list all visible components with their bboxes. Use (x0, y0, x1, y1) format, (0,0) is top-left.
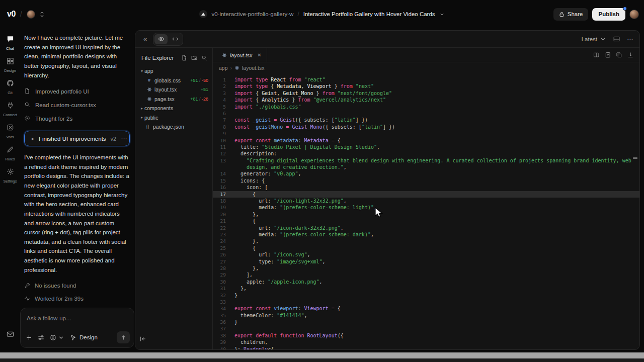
code-line-38[interactable]: 38export default function RootLayout({ (213, 332, 639, 339)
code-line-6[interactable]: 6 (213, 110, 639, 117)
chevrons-left-icon[interactable]: « (141, 35, 149, 43)
code-line-2[interactable]: 2import type { Metadata, Viewport } from… (213, 83, 639, 89)
worked-status[interactable]: Worked for 2m 39s (24, 292, 130, 305)
rail-item-rules[interactable]: Rules (0, 146, 20, 161)
split-columns-icon[interactable] (593, 52, 600, 58)
breadcrumb-project[interactable]: v0-interactive-portfolio-gallery-w (211, 11, 293, 17)
rail-item-vars[interactable]: Vars (0, 124, 20, 139)
chevron-right-icon[interactable]: ▸ (32, 136, 34, 141)
code-line-27[interactable]: 27 type: "image/svg+xml", (213, 258, 639, 265)
code-line-19[interactable]: 19 media: "(prefers-color-scheme: light)… (213, 204, 639, 211)
rail-item-settings[interactable]: Settings (0, 168, 20, 184)
rail-item-git[interactable]: Git (0, 79, 20, 95)
code-line-23[interactable]: 23 media: "(prefers-color-scheme: dark)"… (213, 231, 639, 238)
code-line-40[interactable]: 40}: Readonly<{ (213, 346, 639, 349)
team-switcher-icon[interactable] (40, 11, 44, 18)
code-line-39[interactable]: 39 children, (213, 339, 639, 345)
chevron-down-icon[interactable] (439, 12, 445, 17)
tree-item-components[interactable]: ▸components (135, 104, 212, 113)
code-line-10[interactable]: 10export const metadata: Metadata = { (213, 137, 639, 144)
publish-button[interactable]: Publish (592, 8, 625, 21)
code-line-24[interactable]: 24 }, (213, 238, 639, 244)
code-line-29[interactable]: 29 ], (213, 272, 639, 278)
feedback-mail-button[interactable] (0, 330, 20, 338)
design-mode-button[interactable]: Design (70, 334, 98, 341)
code-area[interactable]: 1import type React from "react"2import t… (213, 73, 639, 349)
code-line-20[interactable]: 20 }, (213, 211, 639, 218)
code-line-35[interactable]: 35 themeColor: "#141414", (213, 312, 639, 319)
v0-logo[interactable]: v0 (7, 10, 16, 19)
task-step[interactable]: Read custom-cursor.tsx (24, 98, 130, 112)
code-line-18[interactable]: 18 url: "/icon-light-32x32.png", (213, 198, 639, 204)
tree-item-layout-tsx[interactable]: layout.tsx+51 (135, 85, 212, 95)
tree-item-package-json[interactable]: {}package.json (135, 122, 212, 132)
tree-item-page-tsx[interactable]: page.tsx+81 / -28 (135, 95, 212, 104)
code-line-7[interactable]: 7const _geist = Geist({ subsets: ["latin… (213, 117, 639, 123)
share-button[interactable]: Share (553, 8, 589, 21)
task-step[interactable]: Thought for 2s (24, 112, 130, 125)
tree-item-public[interactable]: ▸public (135, 113, 212, 123)
panel-menu-icon[interactable]: ⋯ (627, 36, 633, 43)
code-toggle-button[interactable] (169, 34, 182, 44)
code-line-12[interactable]: 12 description: (213, 150, 639, 157)
code-line-22[interactable]: 22 url: "/icon-dark-32x32.png", (213, 225, 639, 231)
code-line-30[interactable]: 30 apple: "/apple-icon.png", (213, 279, 639, 285)
code-line-37[interactable]: 37 (213, 325, 639, 332)
plus-icon[interactable] (26, 334, 32, 341)
tree-item-globals-css[interactable]: #globals.css+51 / -50 (135, 76, 212, 85)
copy-icon[interactable] (616, 52, 622, 58)
code-line-3[interactable]: 3import { Geist, Geist_Mono } from "next… (213, 90, 639, 97)
code-line-36[interactable]: 36} (213, 319, 639, 325)
vercel-triangle-icon[interactable] (199, 10, 207, 18)
code-line-28[interactable]: 28 }, (213, 265, 639, 272)
close-tab-icon[interactable]: ✕ (257, 52, 261, 58)
code-line-26[interactable]: 26 url: "/icon.svg", (213, 251, 639, 258)
tab-layout-tsx[interactable]: layout.tsx ✕ (217, 48, 267, 62)
code-line-13[interactable]: 13 "Crafting digital experiences that bl… (213, 157, 639, 164)
code-line-wrap[interactable]: design, and creative direction.", (213, 164, 639, 170)
browser-window-icon[interactable] (613, 36, 620, 42)
code-line-17[interactable]: 17 { (213, 191, 639, 198)
code-line-31[interactable]: 31 }, (213, 285, 639, 292)
team-avatar[interactable] (27, 10, 35, 19)
code-line-4[interactable]: 4import { Analytics } from "@vercel/anal… (213, 97, 639, 103)
preview-toggle-button[interactable] (154, 34, 168, 44)
rail-item-design[interactable]: Design (0, 57, 20, 73)
breadcrumb-file[interactable]: layout.tsx (242, 65, 264, 71)
code-line-33[interactable]: 33 (213, 299, 639, 305)
task-step[interactable]: Improved portfolio UI (24, 84, 130, 98)
code-line-21[interactable]: 21 { (213, 218, 639, 224)
tree-item-app[interactable]: ▾app (135, 66, 212, 76)
code-line-15[interactable]: 15 icons: { (213, 177, 639, 184)
rail-item-chat[interactable]: Chat (0, 35, 20, 51)
version-card-menu-icon[interactable]: ⋯ (121, 135, 127, 142)
issues-status[interactable]: No issues found (24, 279, 130, 292)
scrollbar-marker[interactable] (633, 157, 637, 159)
collapse-panel-icon[interactable] (139, 335, 146, 344)
settings-sliders-icon[interactable] (38, 334, 44, 341)
download-icon[interactable] (627, 52, 634, 58)
code-line-5[interactable]: 5import "./globals.css" (213, 104, 639, 110)
rail-item-connect[interactable]: Connect (0, 102, 20, 117)
export-file-icon[interactable] (605, 52, 611, 58)
breadcrumb-chat-title[interactable]: Interactive Portfolio Gallery with Hover… (303, 11, 435, 17)
code-line-34[interactable]: 34export const viewport: Viewport = { (213, 305, 639, 312)
send-button[interactable] (117, 331, 130, 343)
followup-input[interactable] (27, 315, 129, 321)
code-line-11[interactable]: 11 title: "Studio Pixel | Digital Design… (213, 144, 639, 150)
search-icon[interactable] (201, 55, 207, 61)
sources-dropdown[interactable] (50, 334, 64, 341)
code-line-1[interactable]: 1import type React from "react" (213, 76, 639, 83)
code-line-32[interactable]: 32} (213, 292, 639, 299)
version-card[interactable]: ▸ Finished UI improvements v2 ⋯ (24, 131, 130, 146)
breadcrumb-folder[interactable]: app (219, 65, 228, 71)
code-line-9[interactable]: 9 (213, 130, 639, 137)
code-line-14[interactable]: 14 generator: "v0.app", (213, 170, 639, 177)
new-folder-icon[interactable] (191, 55, 197, 61)
version-selector[interactable]: Latest (582, 36, 606, 42)
user-avatar[interactable] (629, 10, 639, 19)
code-line-8[interactable]: 8const _geistMono = Geist_Mono({ subsets… (213, 124, 639, 130)
code-line-16[interactable]: 16 icon: [ (213, 184, 639, 191)
new-file-icon[interactable] (181, 55, 187, 61)
code-line-25[interactable]: 25 { (213, 245, 639, 251)
